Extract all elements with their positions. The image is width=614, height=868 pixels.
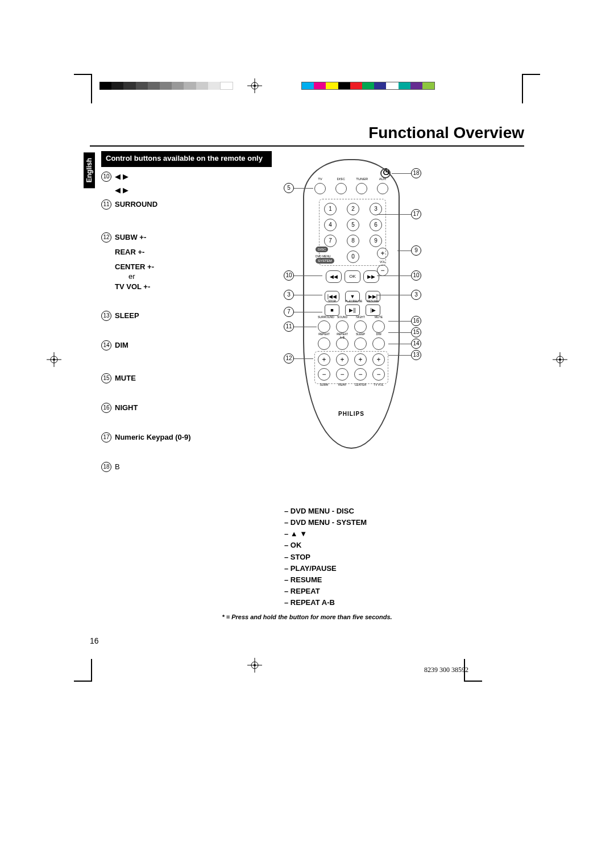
bullet-item: RESUME [284,574,455,586]
subw-minus: − [318,368,330,381]
system-button: SYSTEM [316,258,334,264]
item-number: 11 [101,199,111,210]
fn-label: SURROUND [318,315,330,319]
level-controls: + + + + − − − − SUBW REAR CENTER TV VOL [318,353,385,389]
registration-target-top [247,78,262,93]
play-label: PLAY/PAUSE [345,299,360,303]
key-5: 5 [347,219,359,231]
callout-right: 17 [411,209,421,219]
item-14: 14 DIM [101,340,272,350]
mute-button [372,320,385,333]
fn-label: DIM [372,332,385,336]
callout-right: 18 [411,168,421,178]
fn-label: REPEAT A-B [336,332,349,339]
item-number: 14 [101,340,111,350]
callout-right: 13 [411,350,421,360]
footnote: * = Press and hold the button for more t… [90,614,524,620]
callout-left: 11 [284,322,294,332]
callout-lead [392,173,411,174]
bullet-item: OK [284,540,455,551]
item-label-center-sub: er [128,272,272,282]
sound-button [336,320,349,333]
dim-button [372,337,385,350]
pm-label: TV VOL [372,383,385,386]
registration-target-left [47,352,61,367]
callout-right: 10 [411,270,421,281]
callout-right: 15 [411,327,421,337]
pm-label: REAR [336,383,349,386]
print-marks-bottom [0,653,614,687]
tvvol-plus: + [372,353,385,366]
key-6: 6 [370,219,382,231]
bullet-item: REPEAT A-B [284,597,455,608]
callout-right: 9 [411,245,421,256]
item-number: 17 [101,432,111,443]
repeat-ab-button [336,337,349,350]
callout-lead [377,295,411,295]
title-rule [90,145,524,147]
item-number: 16 [101,403,111,413]
item-label-rear: REAR +- [115,247,272,257]
src-tv-button [314,183,326,194]
callout-lead [294,312,322,312]
item-15: 15 MUTE [101,373,272,383]
page-number: 16 [90,636,99,645]
pm-label: SUBW [318,383,330,386]
item-16: 16 NIGHT [101,403,272,413]
play-label: RESUME [366,299,380,303]
callout-right: 3 [411,290,421,300]
item-12: 12 SUBW +- [101,232,272,243]
callout-lead [294,276,322,276]
src-label: TV [314,177,326,181]
remote-diagram: TV DISC TUNER AUX 1 2 3 4 5 6 7 8 9 0 DI… [281,159,424,449]
callout-lead [388,321,411,322]
nav-right-button: ▶▶ [363,270,379,283]
center-minus: − [354,368,367,381]
color-calibration-strip [301,82,435,90]
item-10-sub: ◀ ▶ [115,185,272,195]
key-2: 2 [347,203,359,215]
source-row: TV DISC TUNER AUX [314,183,388,194]
page-title: Functional Overview [368,124,524,142]
crop-mark-bottom-right [464,659,482,682]
src-label: DISC [335,177,347,181]
bullet-item: PLAY/PAUSE [284,563,455,574]
item-label-center: CENTER +- [115,262,272,272]
key-4: 4 [324,219,337,231]
play-label: STOP [325,299,339,303]
callout-left: 5 [284,183,294,193]
vol-label: VOL [375,260,391,264]
item-number: 10 [101,172,111,182]
callout-left: 7 [284,307,294,317]
fn-label: SOUND [336,315,349,319]
item-11: 11 SURROUND [101,199,272,210]
item-10: 10 ◀ ▶ [101,172,272,182]
volume-group: + VOL − [375,247,391,273]
subw-plus: + [318,353,330,366]
registration-target-right [553,352,567,367]
src-disc-button [335,183,347,194]
fn-label: MUTE [372,315,385,319]
bullet-item: REPEAT [284,586,455,597]
item-label: DIM [115,340,128,350]
item-label: SLEEP [115,311,139,321]
item-label: B [115,462,120,472]
dvd-menu-row: DISC [316,247,328,252]
callout-right: 16 [411,316,421,326]
callout-lead [397,251,411,251]
crop-mark-top-right [522,74,540,103]
stop-button: ■ [325,304,339,316]
key-0: 0 [347,251,359,263]
item-17: 17 Numeric Keypad (0-9) [101,432,272,443]
bullet-item: STOP [284,552,455,563]
remote-body: TV DISC TUNER AUX 1 2 3 4 5 6 7 8 9 0 DI… [303,159,400,449]
src-label: TUNER [356,177,367,181]
feature-list-column: Control buttons available on the remote … [101,151,272,475]
pm-label: CENTER [354,383,367,386]
section-header: Control buttons available on the remote … [101,151,272,167]
item-number: 13 [101,311,111,321]
src-tuner-button [356,183,367,194]
sleep-button [354,337,367,350]
disc-button: DISC [316,247,328,252]
fn-label: SLEEP [354,332,367,336]
